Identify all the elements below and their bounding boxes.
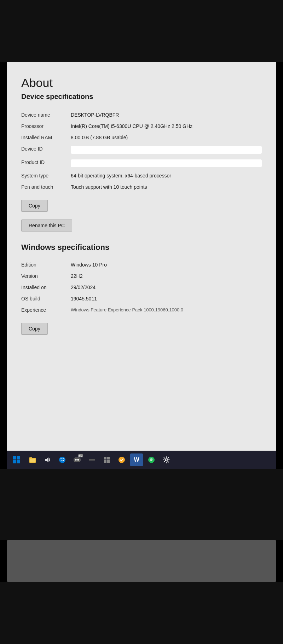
word-icon[interactable]: W xyxy=(130,453,143,466)
copy-device-specs-button[interactable]: Copy xyxy=(21,200,48,212)
spec-value-experience: Windows Feature Experience Pack 1000.190… xyxy=(71,307,262,312)
volume-icon[interactable] xyxy=(41,453,54,466)
screen-content: About Device specifications Device name … xyxy=(7,62,276,451)
svg-marker-7 xyxy=(45,457,48,462)
spec-row-device-id: Device ID xyxy=(21,143,262,157)
bottom-bezel xyxy=(0,582,283,644)
spec-row-experience: Experience Windows Feature Experience Pa… xyxy=(21,304,262,316)
svg-rect-5 xyxy=(29,457,32,459)
spec-value-installed-on: 29/02/2024 xyxy=(71,285,262,290)
spec-label-experience: Experience xyxy=(21,307,71,313)
spec-value-version: 22H2 xyxy=(71,273,262,279)
windows-specs-section-title: Windows specifications xyxy=(21,243,262,252)
spec-value-ram: 8.00 GB (7.88 GB usable) xyxy=(71,135,262,140)
spec-label-installed-on: Installed on xyxy=(21,285,71,290)
spec-value-pen-touch: Touch support with 10 touch points xyxy=(71,184,262,190)
svg-point-18 xyxy=(119,457,125,463)
spec-value-edition: Windows 10 Pro xyxy=(71,262,262,268)
spotify-icon[interactable] xyxy=(145,453,158,466)
spec-label-system-type: System type xyxy=(21,173,71,178)
windows-specs-buttons: Copy xyxy=(21,323,262,339)
spec-row-product-id: Product ID xyxy=(21,157,262,170)
rename-pc-button[interactable]: Rename this PC xyxy=(21,219,72,232)
start-icon[interactable] xyxy=(10,453,23,466)
file-explorer-icon[interactable] xyxy=(26,453,39,466)
svg-rect-13 xyxy=(89,459,95,461)
spec-label-pen-touch: Pen and touch xyxy=(21,184,71,190)
svg-rect-16 xyxy=(104,460,106,463)
settings-icon[interactable] xyxy=(160,453,173,466)
taskbar: 60 W xyxy=(7,451,276,469)
top-bezel xyxy=(0,0,283,62)
svg-point-12 xyxy=(78,459,79,461)
spec-label-processor: Processor xyxy=(21,123,71,129)
page-title: About xyxy=(21,76,262,90)
svg-rect-0 xyxy=(13,456,16,459)
svg-point-11 xyxy=(76,459,78,461)
spec-row-installed-on: Installed on 29/02/2024 xyxy=(21,282,262,293)
tiles-icon[interactable] xyxy=(100,453,113,466)
svg-rect-1 xyxy=(17,456,20,459)
spec-row-version: Version 22H2 xyxy=(21,270,262,282)
spec-label-os-build: OS build xyxy=(21,296,71,301)
spec-row-system-type: System type 64-bit operating system, x64… xyxy=(21,170,262,181)
spec-value-product-id-redacted xyxy=(71,159,262,167)
spec-row-ram: Installed RAM 8.00 GB (7.88 GB usable) xyxy=(21,132,262,143)
messages-icon[interactable]: 60 xyxy=(71,453,83,466)
messages-badge: 60 xyxy=(78,454,83,457)
windows-specs-table: Edition Windows 10 Pro Version 22H2 Inst… xyxy=(21,259,262,316)
spec-label-ram: Installed RAM xyxy=(21,135,71,140)
spec-value-processor: Intel(R) Core(TM) i5-6300U CPU @ 2.40GHz… xyxy=(71,123,262,129)
spec-label-device-name: Device name xyxy=(21,112,71,118)
svg-rect-6 xyxy=(30,459,35,462)
device-specs-buttons: Copy Rename this PC xyxy=(21,200,262,236)
svg-rect-2 xyxy=(13,460,16,463)
spec-value-device-id-redacted xyxy=(71,146,262,154)
spec-row-device-name: Device name DESKTOP-LVRQBFR xyxy=(21,109,262,121)
edge-icon[interactable] xyxy=(56,453,69,466)
spec-row-pen-touch: Pen and touch Touch support with 10 touc… xyxy=(21,181,262,193)
device-specs-table: Device name DESKTOP-LVRQBFR Processor In… xyxy=(21,109,262,193)
spec-label-product-id: Product ID xyxy=(21,159,71,165)
norton-icon[interactable] xyxy=(115,453,128,466)
svg-point-8 xyxy=(59,457,65,463)
spec-value-device-name: DESKTOP-LVRQBFR xyxy=(71,112,262,118)
media-icon[interactable] xyxy=(86,453,98,466)
keyboard-area xyxy=(7,540,276,582)
svg-rect-15 xyxy=(107,457,110,459)
spec-value-system-type: 64-bit operating system, x64-based proce… xyxy=(71,173,262,178)
device-specs-section-title: Device specifications xyxy=(21,93,262,101)
spec-row-os-build: OS build 19045.5011 xyxy=(21,293,262,304)
spec-label-version: Version xyxy=(21,273,71,279)
spec-row-processor: Processor Intel(R) Core(TM) i5-6300U CPU… xyxy=(21,121,262,132)
copy-windows-specs-button[interactable]: Copy xyxy=(21,323,48,335)
spec-value-os-build: 19045.5011 xyxy=(71,296,262,301)
spec-row-edition: Edition Windows 10 Pro xyxy=(21,259,262,270)
svg-rect-17 xyxy=(107,460,110,463)
bottom-area xyxy=(0,469,283,540)
svg-rect-14 xyxy=(104,457,106,459)
svg-point-10 xyxy=(75,459,76,461)
svg-point-20 xyxy=(165,459,167,461)
spec-label-device-id: Device ID xyxy=(21,146,71,152)
svg-rect-3 xyxy=(17,460,20,463)
spec-label-edition: Edition xyxy=(21,262,71,268)
